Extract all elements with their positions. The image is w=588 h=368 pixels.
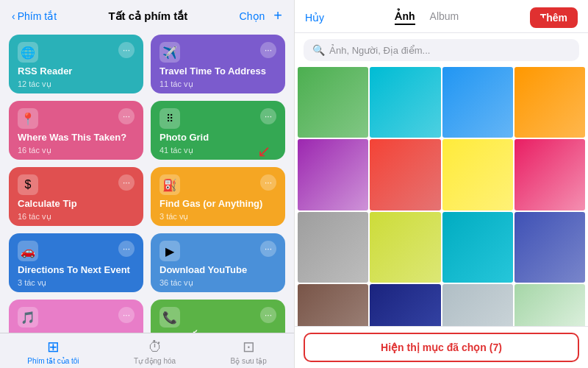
tab-album[interactable]: Album bbox=[430, 10, 459, 25]
photo-cell[interactable] bbox=[514, 67, 585, 138]
card-tasks-tip: 16 tác vụ bbox=[18, 212, 135, 222]
card-more-youtube[interactable]: ··· bbox=[260, 241, 276, 257]
photo-cell[interactable] bbox=[370, 139, 440, 210]
page-title: Tất cả phím tắt bbox=[108, 10, 187, 23]
where-icon: 📍 bbox=[18, 108, 38, 129]
card-tasks-rss: 12 tác vụ bbox=[18, 79, 135, 89]
tip-icon: $ bbox=[18, 174, 38, 195]
shortcuts-grid: 🌐 ··· RSS Reader 12 tác vụ ✈️ ··· Travel… bbox=[0, 29, 294, 333]
photo-cell[interactable] bbox=[442, 212, 513, 283]
automation-icon: ⏱ bbox=[148, 339, 162, 355]
show-selected-button[interactable]: Hiện thị mục đã chọn (7) bbox=[304, 333, 579, 362]
shortcut-card-where[interactable]: 📍 ··· Where Was This Taken? 16 tác vụ bbox=[9, 101, 143, 160]
search-bar[interactable]: 🔍 Ảnh, Người, Địa điểm... bbox=[304, 39, 579, 61]
photo-grid-container bbox=[295, 67, 588, 326]
photo-cell[interactable] bbox=[442, 67, 513, 138]
card-more-where[interactable]: ··· bbox=[118, 108, 135, 124]
card-more-directions[interactable]: ··· bbox=[118, 241, 135, 257]
card-tasks-travel: 11 tác vụ bbox=[159, 79, 276, 89]
photo-grid bbox=[298, 67, 585, 326]
tab-my-shortcuts-label: Phím tắt của tôi bbox=[27, 357, 79, 365]
header-actions: Chọn + bbox=[240, 7, 282, 24]
card-more-playlist[interactable]: ··· bbox=[118, 307, 135, 323]
card-title-directions: Directions To Next Event bbox=[18, 264, 135, 277]
search-placeholder: Ảnh, Người, Địa điểm... bbox=[329, 45, 430, 56]
shortcut-card-tip[interactable]: $ ··· Calculate Tip 16 tác vụ bbox=[9, 167, 143, 226]
shortcut-card-gas[interactable]: ⛽ ··· Find Gas (or Anything) 3 tác vụ bbox=[151, 167, 285, 226]
back-button[interactable]: ‹ Phím tắt bbox=[12, 10, 57, 22]
card-more-tip[interactable]: ··· bbox=[118, 174, 135, 191]
card-title-rss: RSS Reader bbox=[18, 66, 135, 78]
shortcut-card-playlist[interactable]: 🎵 ··· Phát playlist 3 tác vụ bbox=[9, 300, 143, 333]
photo-cell[interactable] bbox=[298, 212, 368, 283]
travel-icon: ✈️ bbox=[159, 42, 180, 63]
tab-gallery-label: Bộ sưu tập bbox=[231, 357, 267, 365]
photo-cell[interactable] bbox=[514, 284, 585, 326]
photo-cell[interactable] bbox=[514, 139, 585, 210]
back-label: Phím tắt bbox=[18, 10, 57, 22]
tab-automation-label: Tự động hóa bbox=[134, 357, 176, 365]
dialquick-icon: 📞 bbox=[159, 307, 180, 328]
card-more-rss[interactable]: ··· bbox=[118, 42, 135, 58]
card-title-gas: Find Gas (or Anything) bbox=[159, 198, 276, 210]
card-title-youtube: Download YouTube bbox=[159, 264, 276, 277]
card-more-travel[interactable]: ··· bbox=[260, 42, 276, 58]
photo-cell[interactable] bbox=[442, 284, 513, 326]
card-title-dialquick: Quay số nhanh bbox=[159, 330, 276, 333]
shortcut-card-youtube[interactable]: ▶ ··· Download YouTube 36 tác vụ bbox=[151, 233, 285, 292]
gas-icon: ⛽ bbox=[159, 174, 180, 195]
cancel-button[interactable]: Hủy bbox=[305, 12, 324, 24]
card-title-playlist: Phát playlist bbox=[18, 330, 135, 333]
photo-cell[interactable] bbox=[298, 284, 368, 326]
directions-icon: 🚗 bbox=[18, 241, 38, 261]
gallery-icon: ⊡ bbox=[243, 338, 255, 355]
left-panel: ‹ Phím tắt Tất cả phím tắt Chọn + 🌐 ··· … bbox=[0, 0, 294, 368]
right-header: Hủy Ảnh Album Thêm bbox=[295, 0, 588, 33]
shortcut-card-directions[interactable]: 🚗 ··· Directions To Next Event 3 tác vụ bbox=[9, 233, 143, 292]
photo-cell[interactable] bbox=[442, 139, 513, 210]
red-arrow-left: ↙ bbox=[257, 142, 270, 161]
shortcut-card-dialquick[interactable]: 📞 ··· Quay số nhanh Gọi Mom 🐵🌸🧸 bbox=[151, 300, 285, 333]
bottom-action-bar: Hiện thị mục đã chọn (7) bbox=[295, 326, 588, 368]
card-title-tip: Calculate Tip bbox=[18, 198, 135, 210]
card-title-where: Where Was This Taken? bbox=[18, 132, 135, 144]
card-tasks-directions: 3 tác vụ bbox=[18, 278, 135, 288]
photo-grid-icon: ⠿ bbox=[159, 108, 180, 129]
right-panel: ➡ Hủy Ảnh Album Thêm 🔍 Ảnh, Người, Địa đ… bbox=[294, 0, 588, 368]
shortcut-card-rss[interactable]: 🌐 ··· RSS Reader 12 tác vụ bbox=[9, 35, 143, 93]
card-tasks-gas: 3 tác vụ bbox=[159, 212, 276, 222]
youtube-icon: ▶ bbox=[159, 241, 180, 261]
tab-automation[interactable]: ⏱ Tự động hóa bbox=[134, 339, 176, 365]
card-more-photo[interactable]: ··· bbox=[260, 108, 276, 124]
photo-cell[interactable] bbox=[298, 139, 368, 210]
card-tasks-youtube: 36 tác vụ bbox=[159, 278, 276, 288]
add-button[interactable]: Thêm bbox=[530, 7, 578, 28]
tab-photo[interactable]: Ảnh bbox=[395, 10, 415, 25]
my-shortcuts-icon: ⊞ bbox=[47, 338, 60, 355]
shortcut-card-photo[interactable]: ⠿ ··· Photo Grid 41 tác vụ ↙ bbox=[151, 101, 285, 160]
photo-cell[interactable] bbox=[370, 212, 440, 283]
shortcut-card-travel[interactable]: ✈️ ··· Travel Time To Address 11 tác vụ bbox=[151, 35, 285, 93]
card-more-dialquick[interactable]: ··· bbox=[260, 307, 276, 323]
search-icon: 🔍 bbox=[312, 44, 325, 56]
photo-cell[interactable] bbox=[370, 284, 440, 326]
photo-cell[interactable] bbox=[298, 67, 368, 138]
photo-cell[interactable] bbox=[370, 67, 440, 138]
chevron-left-icon: ‹ bbox=[12, 10, 15, 22]
add-shortcut-button[interactable]: + bbox=[273, 7, 282, 24]
bottom-tab-bar: ⊞ Phím tắt của tôi ⏱ Tự động hóa ⊡ Bộ sư… bbox=[0, 333, 294, 368]
card-more-gas[interactable]: ··· bbox=[260, 174, 276, 191]
photo-cell[interactable] bbox=[514, 212, 585, 283]
card-tasks-where: 16 tác vụ bbox=[18, 146, 135, 155]
choose-button[interactable]: Chọn bbox=[240, 10, 265, 22]
card-title-travel: Travel Time To Address bbox=[159, 66, 276, 78]
tab-my-shortcuts[interactable]: ⊞ Phím tắt của tôi bbox=[27, 338, 79, 365]
left-header: ‹ Phím tắt Tất cả phím tắt Chọn + bbox=[0, 0, 294, 29]
tab-gallery[interactable]: ⊡ Bộ sưu tập bbox=[231, 338, 267, 365]
header-tabs: Ảnh Album bbox=[395, 10, 459, 25]
playlist-icon: 🎵 bbox=[18, 307, 38, 328]
rss-icon: 🌐 bbox=[18, 42, 38, 63]
